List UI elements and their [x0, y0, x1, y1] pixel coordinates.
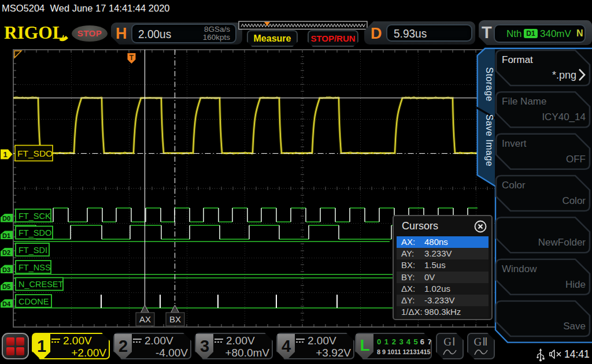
svg-text:Color: Color — [502, 180, 526, 191]
svg-text:Save: Save — [563, 321, 586, 332]
svg-text:NewFolder: NewFolder — [538, 237, 586, 248]
svg-text:*.png: *.png — [552, 69, 576, 81]
svg-text:ICY40_14: ICY40_14 — [542, 112, 586, 122]
svg-text:OFF: OFF — [566, 154, 586, 165]
svg-text:Hide: Hide — [565, 279, 586, 290]
svg-text:Invert: Invert — [502, 138, 527, 149]
svg-text:Color: Color — [562, 195, 586, 206]
svg-text:Window: Window — [502, 263, 537, 274]
svg-text:Format: Format — [502, 54, 533, 65]
svg-text:File Name: File Name — [502, 96, 546, 107]
